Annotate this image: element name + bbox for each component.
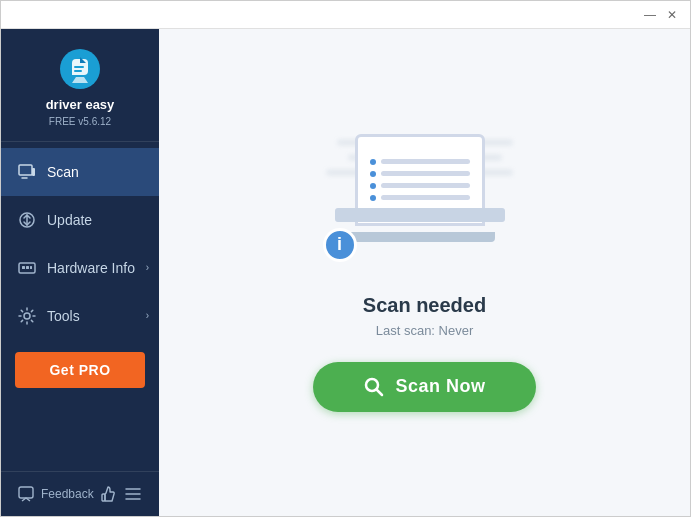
svg-rect-10 — [30, 266, 32, 269]
hardware-info-nav-icon — [17, 258, 37, 278]
svg-rect-12 — [19, 487, 33, 498]
tools-nav-label: Tools — [47, 308, 80, 324]
app-version: FREE v5.6.12 — [49, 116, 111, 127]
sidebar-item-update[interactable]: Update — [1, 196, 159, 244]
thumbs-up-icon — [98, 484, 118, 504]
search-icon — [363, 376, 385, 398]
scan-panel: i Scan needed Last scan: Never Scan Now — [293, 114, 555, 432]
get-pro-button[interactable]: Get PRO — [15, 352, 145, 388]
doc-line-3 — [370, 183, 470, 189]
laptop-base — [335, 208, 505, 222]
sidebar-footer: Feedback — [1, 471, 159, 516]
last-scan-label: Last scan: Never — [376, 323, 474, 338]
scan-nav-icon — [17, 162, 37, 182]
svg-rect-9 — [26, 266, 29, 269]
svg-line-18 — [377, 389, 383, 395]
app-logo: driver easy FREE v5.6.12 — [1, 29, 159, 142]
content-area: i Scan needed Last scan: Never Scan Now — [159, 29, 690, 516]
laptop-foot — [345, 232, 495, 242]
update-nav-icon — [17, 210, 37, 230]
thumbs-up-button[interactable] — [98, 484, 118, 504]
tools-chevron-icon: › — [146, 310, 149, 321]
logo-icon — [58, 47, 102, 91]
feedback-label: Feedback — [41, 487, 94, 501]
svg-rect-8 — [22, 266, 25, 269]
sidebar-item-hardware-info[interactable]: Hardware Info › — [1, 244, 159, 292]
svg-rect-1 — [74, 66, 84, 68]
sidebar-item-scan[interactable]: Scan — [1, 148, 159, 196]
menu-list-button[interactable] — [123, 484, 143, 504]
scan-needed-title: Scan needed — [363, 294, 486, 317]
scan-illustration: i — [335, 134, 515, 274]
minimize-button[interactable]: — — [640, 5, 660, 25]
info-badge: i — [323, 228, 357, 262]
feedback-icon — [17, 485, 35, 503]
doc-line-4 — [370, 195, 470, 201]
scan-now-button[interactable]: Scan Now — [313, 362, 535, 412]
doc-line-1 — [370, 159, 470, 165]
app-title: driver easy — [46, 97, 115, 114]
svg-rect-13 — [102, 494, 105, 501]
titlebar: — ✕ — [1, 1, 690, 29]
close-button[interactable]: ✕ — [662, 5, 682, 25]
hardware-info-chevron-icon: › — [146, 262, 149, 273]
svg-rect-3 — [19, 165, 32, 175]
svg-rect-4 — [32, 168, 35, 176]
sidebar-item-tools[interactable]: Tools › — [1, 292, 159, 340]
hardware-info-nav-label: Hardware Info — [47, 260, 135, 276]
sidebar: driver easy FREE v5.6.12 Scan — [1, 29, 159, 516]
scan-nav-label: Scan — [47, 164, 79, 180]
update-nav-label: Update — [47, 212, 92, 228]
app-window: — ✕ driver easy FREE v5.6.12 — [0, 0, 691, 517]
main-content: driver easy FREE v5.6.12 Scan — [1, 29, 690, 516]
scan-now-search-icon — [363, 376, 385, 398]
feedback-button[interactable]: Feedback — [17, 485, 94, 503]
tools-nav-icon — [17, 306, 37, 326]
menu-list-icon — [123, 484, 143, 504]
scan-now-label: Scan Now — [395, 376, 485, 397]
svg-rect-2 — [74, 70, 82, 72]
svg-point-11 — [24, 313, 30, 319]
doc-line-2 — [370, 171, 470, 177]
